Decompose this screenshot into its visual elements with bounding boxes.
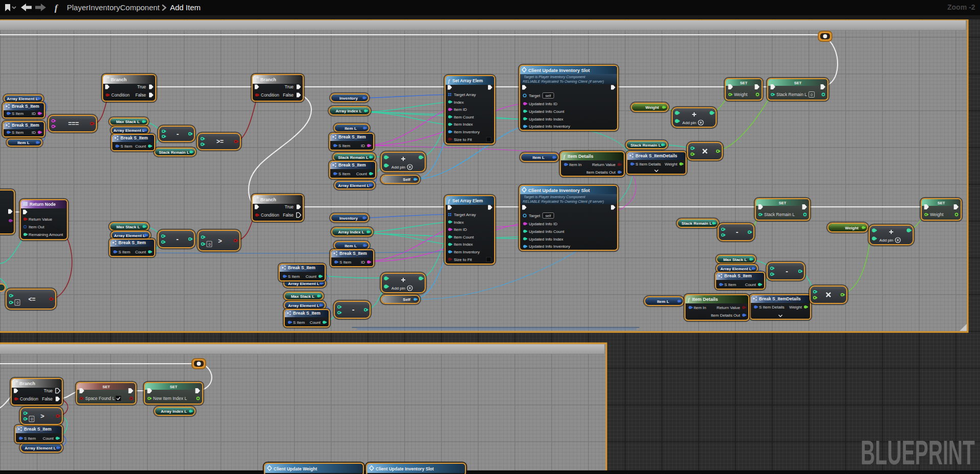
svg-text:-: - — [177, 130, 179, 138]
svg-text:False: False — [135, 92, 146, 98]
svg-text:S Item: S Item — [293, 320, 305, 325]
svg-text:Item In: Item In — [569, 162, 581, 167]
svg-text:S Item: S Item — [120, 144, 132, 149]
svg-text:===: === — [68, 120, 79, 127]
svg-text:<=: <= — [28, 296, 35, 303]
svg-text:Array Index L: Array Index L — [161, 409, 187, 414]
svg-text:Break S_Item: Break S_Item — [288, 265, 315, 270]
svg-text:New Item Index L: New Item Index L — [153, 396, 187, 401]
svg-text:Updated Info Inventory: Updated Info Inventory — [529, 124, 570, 129]
svg-text:0: 0 — [208, 242, 210, 247]
svg-text:Break S_Item: Break S_Item — [339, 251, 367, 256]
svg-text:True: True — [137, 84, 146, 89]
svg-text:Item L: Item L — [657, 299, 669, 304]
svg-text:Count: Count — [43, 436, 54, 441]
svg-text:Return Value: Return Value — [717, 305, 741, 310]
svg-text:Condition: Condition — [261, 212, 279, 218]
svg-text:S Item: S Item — [724, 282, 736, 287]
svg-text:-: - — [786, 267, 788, 275]
svg-text:Updated Info Inventory: Updated Info Inventory — [529, 244, 570, 249]
svg-text:Index: Index — [454, 220, 464, 225]
svg-text:0: 0 — [16, 300, 18, 305]
svg-text:Return Value: Return Value — [592, 162, 616, 167]
svg-text:Stack Remain L: Stack Remain L — [776, 92, 807, 97]
svg-text:Array Element L: Array Element L — [113, 128, 144, 133]
svg-text:Add pin: Add pin — [682, 121, 696, 125]
svg-text:Branch: Branch — [19, 381, 35, 386]
svg-text:Item Count: Item Count — [454, 235, 474, 240]
svg-text:Item Details: Item Details — [692, 297, 718, 302]
svg-text:Updated Info Count: Updated Info Count — [529, 229, 565, 234]
svg-text:Count: Count — [356, 172, 368, 176]
svg-text:SET: SET — [103, 385, 110, 389]
svg-text:Branch: Branch — [260, 197, 276, 202]
svg-text:>=: >= — [216, 138, 224, 145]
svg-text:0: 0 — [31, 417, 33, 421]
svg-text:Array Element L: Array Element L — [288, 303, 319, 308]
svg-text:Item L: Item L — [17, 140, 30, 145]
svg-text:Stack Remain L: Stack Remain L — [681, 221, 712, 226]
svg-text:Max Stack L: Max Stack L — [116, 120, 139, 124]
svg-text:S Item: S Item — [339, 260, 351, 265]
svg-text:Stack Remain L: Stack Remain L — [630, 143, 661, 148]
svg-text:Client Update Weight: Client Update Weight — [274, 466, 317, 471]
svg-text:Max Stack L: Max Stack L — [291, 294, 314, 299]
svg-text:Size to Fit: Size to Fit — [454, 137, 472, 142]
svg-text:Space Found L: Space Found L — [85, 396, 115, 401]
svg-text:Break S_Item: Break S_Item — [338, 162, 366, 168]
svg-text:Target is Player Inventory Com: Target is Player Inventory Component — [524, 75, 585, 79]
svg-text:Branch: Branch — [260, 77, 276, 82]
svg-text:Item Inventory: Item Inventory — [454, 130, 480, 134]
svg-text:Return Node: Return Node — [30, 202, 56, 207]
svg-text:Set Array Elem: Set Array Elem — [452, 78, 483, 83]
svg-text:S Item: S Item — [338, 172, 350, 176]
svg-text:SET: SET — [794, 81, 802, 85]
svg-text:S Item: S Item — [24, 436, 36, 441]
svg-text:Stack Remain L: Stack Remain L — [764, 212, 795, 217]
svg-text:SET: SET — [938, 201, 945, 205]
svg-text:Condition: Condition — [261, 92, 279, 98]
svg-text:Break S_Item: Break S_Item — [12, 123, 39, 128]
svg-text:S Item: S Item — [118, 250, 130, 254]
svg-text:S Item: S Item — [12, 111, 23, 116]
svg-text:Item Index: Item Index — [454, 242, 473, 247]
svg-text:Set Array Elem: Set Array Elem — [452, 198, 483, 203]
svg-text:S Item: S Item — [338, 144, 350, 148]
svg-text:Client Update Inventory Slot: Client Update Inventory Slot — [528, 68, 590, 73]
svg-text:Branch: Branch — [111, 77, 127, 82]
svg-text:Array Element L: Array Element L — [7, 97, 38, 101]
svg-text:Break S_Item: Break S_Item — [24, 426, 52, 432]
svg-text:RELIABLE Replicated To Owning: RELIABLE Replicated To Owning Client (if… — [523, 199, 604, 204]
svg-text:Updated Info Index: Updated Info Index — [529, 237, 564, 242]
svg-text:Index: Index — [454, 100, 464, 105]
svg-text:Stack Remain L: Stack Remain L — [338, 155, 369, 160]
svg-text:Item Index: Item Index — [454, 122, 473, 127]
svg-text:ID: ID — [32, 111, 36, 116]
svg-text:self: self — [546, 214, 551, 218]
svg-text:Target is Player Inventory Com: Target is Player Inventory Component — [524, 195, 585, 199]
svg-text:Target Array: Target Array — [454, 212, 476, 217]
svg-text:-: - — [176, 235, 179, 243]
svg-text:False: False — [42, 396, 53, 401]
svg-text:Array Element L: Array Element L — [24, 446, 56, 451]
svg-text:Add pin: Add pin — [391, 165, 405, 170]
svg-text:Weight: Weight — [930, 212, 944, 217]
svg-text:False: False — [283, 92, 293, 98]
svg-text:ID: ID — [361, 260, 365, 265]
svg-text:Weight: Weight — [665, 162, 678, 167]
svg-text:Break S_Item: Break S_Item — [120, 135, 148, 140]
svg-text:Count: Count — [135, 250, 146, 254]
svg-text:Weight: Weight — [845, 226, 859, 230]
svg-text:Count: Count — [306, 274, 317, 279]
svg-text:>: > — [40, 412, 44, 420]
svg-text:SET: SET — [740, 81, 748, 85]
svg-text:S Item Details: S Item Details — [759, 305, 785, 310]
svg-text:Add pin: Add pin — [391, 286, 405, 291]
svg-text:Condition: Condition — [111, 92, 130, 98]
svg-text:Client Update Inventory Slot: Client Update Inventory Slot — [376, 466, 434, 471]
svg-text:Item ID: Item ID — [454, 227, 467, 232]
svg-text:Count: Count — [745, 282, 756, 287]
svg-text:Item Inventory: Item Inventory — [454, 250, 480, 254]
svg-text:>: > — [218, 237, 222, 245]
svg-text:Array Element L: Array Element L — [338, 183, 369, 188]
